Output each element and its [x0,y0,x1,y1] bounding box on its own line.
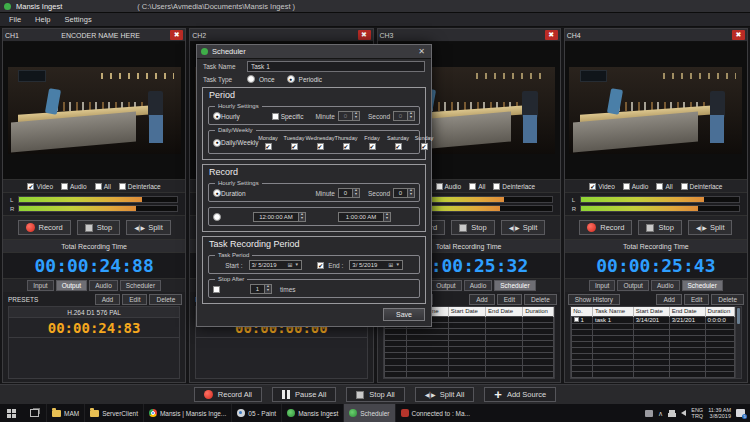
spinner-arrows-icon[interactable]: ▲▼ [383,213,390,221]
spinner-arrows-icon[interactable]: ▲▼ [352,189,359,197]
checkbox-audio[interactable]: Audio [623,183,649,190]
tab-input[interactable]: Input [589,280,615,291]
delete-button[interactable]: Delete [711,294,744,305]
language-indicator[interactable]: ENGTRQ [691,407,703,419]
stop-button[interactable]: Stop [638,220,681,235]
split-all-button[interactable]: ◀│▶Split All [415,387,475,402]
minute-spinner[interactable]: 0▲▼ [338,111,360,121]
record-minute-spinner[interactable]: 0▲▼ [338,188,360,198]
split-button[interactable]: ◀│▶Split [126,220,171,235]
edit-button[interactable]: Edit [497,294,522,305]
speaker-icon[interactable] [681,410,686,416]
taskbar-item-paint[interactable]: 05 - Paint [231,404,281,422]
close-icon[interactable]: ✖ [170,30,183,40]
stop-count-spinner[interactable]: 1▲▼ [250,284,272,294]
start-button[interactable] [0,404,23,422]
stop-all-button[interactable]: Stop All [346,387,404,402]
edit-button[interactable]: Edit [684,294,709,305]
tab-output[interactable]: Output [56,280,88,291]
add-button[interactable]: Add [656,294,682,305]
tab-audio[interactable]: Audio [89,280,118,291]
taskbar-item-scheduler[interactable]: Scheduler [343,404,394,422]
clock[interactable]: 11:39 AM3/8/2019 [708,407,731,419]
tray-app-icon[interactable] [645,410,653,417]
start-time-spinner[interactable]: 12:00:00 AM▲▼ [253,212,306,222]
radio-duration[interactable]: ● [213,189,221,197]
checkbox-video[interactable]: ✔Video [27,183,53,190]
table-row[interactable] [571,371,734,377]
close-icon[interactable]: ✖ [732,30,745,40]
day-wednesday[interactable]: Wednesday✔ [307,135,333,150]
table-row[interactable]: 1 task 1 3/14/201 3/21/201 0:0:0:0 [571,316,734,323]
add-button[interactable]: Add [95,294,121,305]
checkbox-all[interactable]: All [656,183,672,190]
tab-scheduler[interactable]: Scheduler [120,280,161,291]
start-date-picker[interactable]: 3/ 5/2019⊞▼ [249,260,303,270]
notification-icon[interactable]: 5 [736,409,745,417]
stop-button[interactable]: Stop [77,220,120,235]
spinner-arrows-icon[interactable]: ▲▼ [298,213,305,221]
tab-audio[interactable]: Audio [651,280,680,291]
stop-button[interactable]: Stop [451,220,494,235]
edit-button[interactable]: Edit [122,294,147,305]
add-source-button[interactable]: +Add Source [484,387,556,402]
checkbox-deinterlace[interactable]: Deinterlace [493,183,535,190]
stop-after-checkbox[interactable] [213,286,220,293]
close-icon[interactable]: ✖ [545,30,558,40]
dialog-title-bar[interactable]: Scheduler ✕ [197,45,431,59]
network-icon[interactable] [668,410,676,417]
tab-output[interactable]: Output [430,280,462,291]
day-monday[interactable]: Monday✔ [255,135,281,150]
task-name-input[interactable] [247,61,425,72]
tab-scheduler[interactable]: Scheduler [494,280,535,291]
record-all-button[interactable]: Record All [194,387,262,402]
record-button[interactable]: Record [579,220,632,235]
checkbox-all[interactable]: All [469,183,485,190]
taskbar-item-mansis-ingest[interactable]: Mansis Ingest [281,404,343,422]
checkbox-icon[interactable]: ✔ [291,143,298,150]
save-button[interactable]: Save [383,308,425,321]
checkbox-audio[interactable]: Audio [61,183,87,190]
table-row[interactable] [384,371,553,377]
end-checkbox[interactable]: ✔ [317,262,324,269]
show-history-button[interactable]: Show History [568,294,620,305]
tab-scheduler[interactable]: Scheduler [682,280,723,291]
taskbar-item-chrome[interactable]: Mansis | Mansis Inge... [143,404,231,422]
day-sunday[interactable]: Sunday✔ [411,135,437,150]
table-scrollbar[interactable] [735,307,741,378]
day-friday[interactable]: Friday✔ [359,135,385,150]
spinner-arrows-icon[interactable]: ▲▼ [352,112,359,120]
split-button[interactable]: ◀│▶Split [501,220,546,235]
tab-input[interactable]: Input [27,280,53,291]
checkbox-icon[interactable]: ✔ [421,143,428,150]
checkbox-icon[interactable]: ✔ [317,143,324,150]
taskbar-item-serverclient[interactable]: ServerClient [84,404,143,422]
preset-name[interactable]: H.264 D1 576 PAL [8,306,180,318]
end-time-spinner[interactable]: 1:00:00 AM▲▼ [338,212,391,222]
menu-file[interactable]: File [9,15,21,24]
checkbox-all[interactable]: All [95,183,111,190]
day-thursday[interactable]: Thursday✔ [333,135,359,150]
day-tuesday[interactable]: Tuesday✔ [281,135,307,150]
radio-periodic[interactable]: ● [287,75,295,83]
add-button[interactable]: Add [469,294,495,305]
tab-output[interactable]: Output [617,280,649,291]
end-date-picker[interactable]: 3/ 5/2019⊞▼ [349,260,403,270]
close-icon[interactable]: ✕ [416,47,427,56]
close-icon[interactable]: ✖ [358,30,371,40]
checkbox-video[interactable]: ✔Video [589,183,615,190]
row-checkbox-icon[interactable] [574,317,579,322]
checkbox-icon[interactable]: ✔ [343,143,350,150]
spinner-arrows-icon[interactable]: ▲▼ [407,189,414,197]
record-button[interactable]: Record [18,220,71,235]
taskbar-item-mam[interactable]: MAM [46,404,84,422]
radio-hourly[interactable]: ● [213,112,221,120]
radio-time-range[interactable] [213,213,221,221]
tray-caret-icon[interactable]: ∧ [658,410,663,417]
checkbox-deinterlace[interactable]: Deinterlace [681,183,723,190]
checkbox-icon[interactable]: ✔ [369,143,376,150]
task-table[interactable]: No. Task Name Start Date End Date Durati… [571,307,735,378]
radio-daily-weekly[interactable]: ● [213,139,221,147]
checkbox-specific[interactable] [272,113,279,120]
menu-help[interactable]: Help [35,15,50,24]
